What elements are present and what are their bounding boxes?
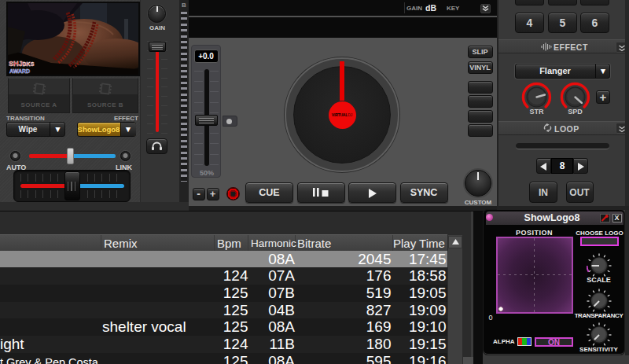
svg-text:AWARD: AWARD [9, 68, 30, 74]
svg-text:SHJBKS: SHJBKS [9, 60, 35, 68]
